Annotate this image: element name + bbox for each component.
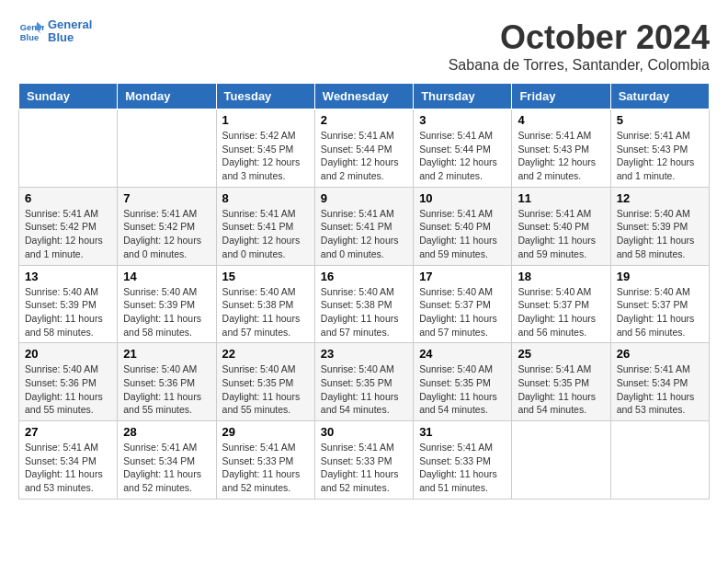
calendar-cell: 2Sunrise: 5:41 AM Sunset: 5:44 PM Daylig…	[314, 109, 413, 188]
calendar-cell: 18Sunrise: 5:40 AM Sunset: 5:37 PM Dayli…	[512, 265, 610, 343]
day-number: 12	[617, 191, 703, 205]
day-number: 21	[123, 347, 210, 361]
calendar-cell: 4Sunrise: 5:41 AM Sunset: 5:43 PM Daylig…	[512, 109, 610, 188]
day-info: Sunrise: 5:41 AM Sunset: 5:34 PM Dayligh…	[123, 441, 210, 495]
calendar-cell: 30Sunrise: 5:41 AM Sunset: 5:33 PM Dayli…	[314, 421, 413, 500]
page-header: General Blue General Blue October 2024 S…	[18, 18, 710, 74]
calendar-cell: 3Sunrise: 5:41 AM Sunset: 5:44 PM Daylig…	[414, 109, 512, 188]
calendar-header-row: SundayMondayTuesdayWednesdayThursdayFrid…	[19, 84, 710, 109]
day-number: 3	[419, 113, 506, 127]
day-number: 8	[222, 191, 309, 205]
day-info: Sunrise: 5:40 AM Sunset: 5:35 PM Dayligh…	[222, 362, 309, 417]
day-number: 10	[419, 191, 506, 205]
title-block: October 2024 Sabana de Torres, Santander…	[449, 18, 710, 74]
day-number: 31	[419, 425, 506, 439]
day-info: Sunrise: 5:40 AM Sunset: 5:38 PM Dayligh…	[222, 285, 309, 339]
logo-blue: Blue	[48, 31, 92, 44]
day-info: Sunrise: 5:41 AM Sunset: 5:34 PM Dayligh…	[25, 441, 111, 495]
day-info: Sunrise: 5:41 AM Sunset: 5:40 PM Dayligh…	[419, 207, 506, 261]
day-number: 30	[321, 425, 407, 439]
calendar-cell: 27Sunrise: 5:41 AM Sunset: 5:34 PM Dayli…	[19, 421, 118, 500]
calendar-cell	[118, 109, 216, 188]
day-number: 27	[25, 425, 111, 439]
day-number: 2	[321, 113, 407, 127]
day-info: Sunrise: 5:41 AM Sunset: 5:40 PM Dayligh…	[518, 207, 604, 261]
day-number: 5	[617, 113, 703, 127]
calendar-table: SundayMondayTuesdayWednesdayThursdayFrid…	[18, 83, 710, 500]
calendar-header-wednesday: Wednesday	[314, 84, 413, 109]
logo: General Blue General Blue	[18, 18, 92, 45]
logo-icon: General Blue	[18, 18, 44, 44]
calendar-cell	[610, 421, 709, 500]
day-number: 4	[518, 113, 604, 127]
day-number: 1	[222, 113, 309, 127]
calendar-cell: 29Sunrise: 5:41 AM Sunset: 5:33 PM Dayli…	[216, 421, 314, 500]
calendar-cell: 20Sunrise: 5:40 AM Sunset: 5:36 PM Dayli…	[19, 343, 118, 421]
day-info: Sunrise: 5:41 AM Sunset: 5:44 PM Dayligh…	[419, 129, 506, 183]
day-info: Sunrise: 5:40 AM Sunset: 5:36 PM Dayligh…	[123, 362, 210, 417]
day-info: Sunrise: 5:40 AM Sunset: 5:35 PM Dayligh…	[419, 362, 506, 417]
calendar-cell: 5Sunrise: 5:41 AM Sunset: 5:43 PM Daylig…	[610, 109, 709, 188]
calendar-cell: 12Sunrise: 5:40 AM Sunset: 5:39 PM Dayli…	[610, 187, 709, 265]
day-number: 26	[617, 347, 703, 361]
calendar-cell: 26Sunrise: 5:41 AM Sunset: 5:34 PM Dayli…	[610, 343, 709, 421]
day-info: Sunrise: 5:41 AM Sunset: 5:34 PM Dayligh…	[617, 362, 703, 417]
calendar-cell: 16Sunrise: 5:40 AM Sunset: 5:38 PM Dayli…	[314, 265, 413, 343]
calendar-cell: 15Sunrise: 5:40 AM Sunset: 5:38 PM Dayli…	[216, 265, 314, 343]
day-info: Sunrise: 5:42 AM Sunset: 5:45 PM Dayligh…	[222, 129, 309, 183]
calendar-cell: 21Sunrise: 5:40 AM Sunset: 5:36 PM Dayli…	[118, 343, 216, 421]
day-number: 7	[123, 191, 210, 205]
calendar-week-row: 1Sunrise: 5:42 AM Sunset: 5:45 PM Daylig…	[19, 109, 710, 188]
day-info: Sunrise: 5:41 AM Sunset: 5:42 PM Dayligh…	[123, 207, 210, 261]
day-info: Sunrise: 5:40 AM Sunset: 5:36 PM Dayligh…	[25, 362, 111, 417]
day-number: 14	[123, 270, 210, 283]
day-info: Sunrise: 5:41 AM Sunset: 5:42 PM Dayligh…	[25, 207, 111, 261]
calendar-cell: 13Sunrise: 5:40 AM Sunset: 5:39 PM Dayli…	[19, 265, 118, 343]
calendar-cell: 19Sunrise: 5:40 AM Sunset: 5:37 PM Dayli…	[610, 265, 709, 343]
calendar-cell: 10Sunrise: 5:41 AM Sunset: 5:40 PM Dayli…	[414, 187, 512, 265]
calendar-header-sunday: Sunday	[19, 84, 118, 109]
calendar-cell: 6Sunrise: 5:41 AM Sunset: 5:42 PM Daylig…	[19, 187, 118, 265]
day-info: Sunrise: 5:40 AM Sunset: 5:39 PM Dayligh…	[25, 285, 111, 339]
day-number: 23	[321, 347, 407, 361]
calendar-week-row: 27Sunrise: 5:41 AM Sunset: 5:34 PM Dayli…	[19, 421, 710, 500]
calendar-cell: 11Sunrise: 5:41 AM Sunset: 5:40 PM Dayli…	[512, 187, 610, 265]
day-number: 18	[518, 270, 604, 283]
calendar-header-monday: Monday	[118, 84, 216, 109]
calendar-cell: 25Sunrise: 5:41 AM Sunset: 5:35 PM Dayli…	[512, 343, 610, 421]
day-number: 20	[25, 347, 111, 361]
day-number: 22	[222, 347, 309, 361]
day-info: Sunrise: 5:41 AM Sunset: 5:33 PM Dayligh…	[321, 441, 407, 495]
day-info: Sunrise: 5:41 AM Sunset: 5:35 PM Dayligh…	[518, 362, 604, 417]
day-info: Sunrise: 5:40 AM Sunset: 5:39 PM Dayligh…	[123, 285, 210, 339]
day-number: 13	[25, 270, 111, 283]
calendar-cell	[512, 421, 610, 500]
calendar-header-thursday: Thursday	[414, 84, 512, 109]
day-info: Sunrise: 5:41 AM Sunset: 5:33 PM Dayligh…	[222, 441, 309, 495]
day-number: 28	[123, 425, 210, 439]
day-info: Sunrise: 5:41 AM Sunset: 5:44 PM Dayligh…	[321, 129, 407, 183]
month-title: October 2024	[449, 18, 710, 57]
day-number: 6	[25, 191, 111, 205]
day-number: 16	[321, 270, 407, 283]
day-number: 11	[518, 191, 604, 205]
day-number: 19	[617, 270, 703, 283]
calendar-week-row: 6Sunrise: 5:41 AM Sunset: 5:42 PM Daylig…	[19, 187, 710, 265]
day-number: 29	[222, 425, 309, 439]
day-info: Sunrise: 5:41 AM Sunset: 5:41 PM Dayligh…	[222, 207, 309, 261]
calendar-cell: 9Sunrise: 5:41 AM Sunset: 5:41 PM Daylig…	[314, 187, 413, 265]
calendar-cell: 23Sunrise: 5:40 AM Sunset: 5:35 PM Dayli…	[314, 343, 413, 421]
day-info: Sunrise: 5:40 AM Sunset: 5:37 PM Dayligh…	[419, 285, 506, 339]
calendar-cell: 7Sunrise: 5:41 AM Sunset: 5:42 PM Daylig…	[118, 187, 216, 265]
day-info: Sunrise: 5:40 AM Sunset: 5:35 PM Dayligh…	[321, 362, 407, 417]
day-number: 9	[321, 191, 407, 205]
svg-text:Blue: Blue	[20, 34, 39, 43]
day-number: 25	[518, 347, 604, 361]
day-number: 17	[419, 270, 506, 283]
day-info: Sunrise: 5:41 AM Sunset: 5:41 PM Dayligh…	[321, 207, 407, 261]
calendar-header-saturday: Saturday	[610, 84, 709, 109]
calendar-header-tuesday: Tuesday	[216, 84, 314, 109]
calendar-week-row: 13Sunrise: 5:40 AM Sunset: 5:39 PM Dayli…	[19, 265, 710, 343]
day-info: Sunrise: 5:41 AM Sunset: 5:33 PM Dayligh…	[419, 441, 506, 495]
calendar-week-row: 20Sunrise: 5:40 AM Sunset: 5:36 PM Dayli…	[19, 343, 710, 421]
